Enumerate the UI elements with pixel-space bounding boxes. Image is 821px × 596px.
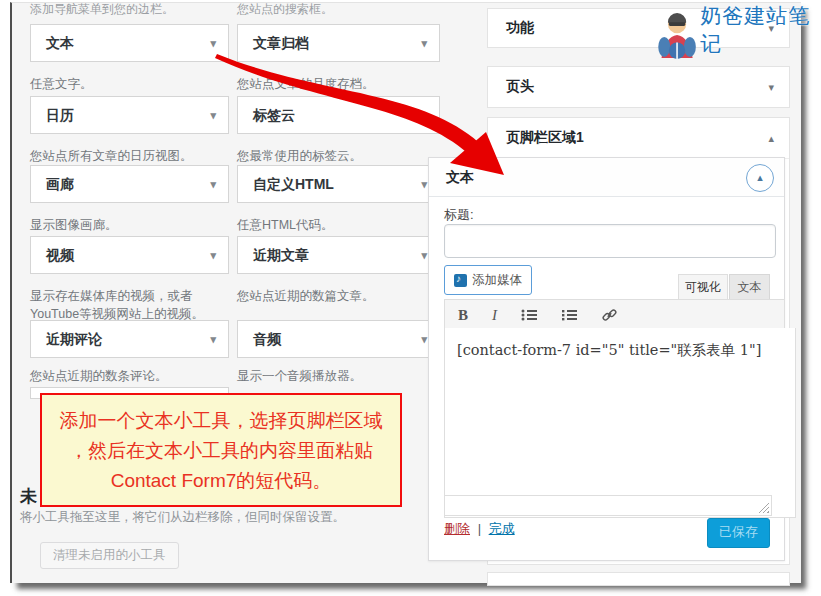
chevron-down-icon[interactable] (421, 237, 427, 273)
widget-recent-comments[interactable]: 近期评论 (30, 320, 229, 358)
widget-calendar[interactable]: 日历 (30, 96, 229, 134)
widget-desc-nav-menu: 添加导航菜单到您的边栏。 (30, 1, 174, 18)
widget-desc: 您站点近期的数篇文章。 (237, 287, 439, 305)
media-icon (454, 274, 467, 287)
widget-label: 视频 (46, 247, 74, 263)
tab-visual-label: 可视化 (685, 279, 721, 296)
chevron-down-icon[interactable] (768, 67, 774, 107)
tab-text-label: 文本 (738, 279, 762, 296)
inactive-widgets-hint: 将小工具拖至这里，将它们从边栏移除，但同时保留设置。 (20, 509, 420, 526)
watermark-text: 奶爸建站笔记 (700, 2, 821, 58)
link-separator: | (478, 521, 481, 536)
text-widget-footer: 删除 | 完成 已保存 (444, 520, 770, 550)
saved-button[interactable]: 已保存 (707, 518, 770, 548)
chevron-down-icon[interactable] (421, 321, 427, 357)
chevron-down-icon[interactable] (421, 25, 427, 61)
widget-desc: 显示图像画廊。 (30, 216, 232, 234)
widget-label: 近期评论 (46, 331, 102, 347)
tab-text[interactable]: 文本 (729, 274, 770, 301)
widget-desc: 显示存在媒体库的视频，或者YouTube等视频网站上的视频。 (30, 287, 232, 323)
annotation-line: 添加一个文本小工具，选择页脚栏区域 (42, 406, 400, 436)
site-watermark: 奶爸建站笔记 (656, 2, 821, 62)
widget-archives[interactable]: 文章归档 (237, 24, 440, 62)
widget-title-input[interactable] (444, 224, 776, 258)
widget-desc: 显示一个音频播放器。 (237, 367, 439, 385)
widget-label: 自定义HTML (253, 176, 334, 192)
inactive-widgets-heading: 未 (20, 485, 37, 508)
sidebar-panel-footer-area-2-partial[interactable] (487, 572, 790, 586)
widget-desc: 任意HTML代码。 (237, 216, 439, 234)
widget-desc-search: 您站点的搜索框。 (237, 1, 333, 18)
widget-desc: 您站点文章的月度存档。 (237, 75, 439, 93)
add-media-button[interactable]: 添加媒体 (444, 265, 532, 295)
sidebar-panel-title: 页脚栏区域1 (488, 118, 789, 158)
chevron-down-icon[interactable] (421, 97, 427, 133)
clear-inactive-widgets-button[interactable]: 清理未启用的小工具 (40, 542, 179, 569)
text-widget-panel: 文本 标题: 添加媒体 可视化 文本 (428, 157, 785, 561)
sidebar-panel-header[interactable]: 页头 (487, 66, 790, 108)
widget-desc: 任意文字。 (30, 75, 232, 93)
editor-content[interactable]: [contact-form-7 id="5" title="联系表单 1"] (444, 328, 796, 518)
ordered-list-icon[interactable] (561, 308, 577, 322)
link-icon[interactable] (601, 307, 618, 323)
widget-label: 画廊 (46, 176, 74, 192)
done-link[interactable]: 完成 (489, 521, 515, 536)
editor-toolbar (444, 299, 785, 331)
superhero-avatar-icon (656, 10, 698, 62)
bold-icon[interactable] (458, 307, 468, 324)
delete-link[interactable]: 删除 (444, 521, 470, 536)
annotation-line: Contact Form7的短代码。 (42, 466, 400, 496)
widget-audio[interactable]: 音频 (237, 320, 440, 358)
widget-text[interactable]: 文本 (30, 24, 229, 62)
chevron-down-icon[interactable] (210, 321, 216, 357)
sidebar-panel-title: 页头 (488, 67, 789, 107)
sidebar-footer-area-1-header[interactable]: 页脚栏区域1 (488, 118, 789, 159)
widget-label: 音频 (253, 331, 281, 347)
widget-desc: 您最常使用的标签云。 (237, 147, 439, 165)
widget-desc: 您站点所有文章的日历视图。 (30, 147, 232, 165)
bullet-list-icon[interactable] (521, 308, 537, 322)
widget-custom-html[interactable]: 自定义HTML (237, 165, 440, 203)
text-widget-title: 文本 (446, 158, 474, 196)
widget-video[interactable]: 视频 (30, 236, 229, 274)
widget-desc: 您站点近期的数条评论。 (30, 367, 232, 385)
widgets-admin-screen: 添加导航菜单到您的边栏。 您站点的搜索框。 文本 任意文字。 日历 您站点所有文… (0, 0, 821, 596)
add-media-label: 添加媒体 (472, 272, 522, 289)
widget-label: 文本 (46, 35, 74, 51)
widget-label: 日历 (46, 107, 74, 123)
title-field-label: 标题: (444, 206, 474, 224)
widget-recent-posts[interactable]: 近期文章 (237, 236, 440, 274)
annotation-line: ，然后在文本小工具的内容里面粘贴 (42, 436, 400, 466)
widget-label: 近期文章 (253, 247, 309, 263)
chevron-down-icon[interactable] (210, 25, 216, 61)
collapse-toggle-icon[interactable] (746, 164, 774, 192)
widget-gallery[interactable]: 画廊 (30, 165, 229, 203)
annotation-box: 添加一个文本小工具，选择页脚栏区域 ，然后在文本小工具的内容里面粘贴 Conta… (40, 393, 402, 507)
italic-icon[interactable] (492, 307, 497, 324)
chevron-up-icon[interactable] (768, 118, 774, 158)
widget-label: 文章归档 (253, 35, 309, 51)
widget-label: 标签云 (253, 107, 295, 123)
text-widget-header[interactable]: 文本 (429, 158, 784, 197)
chevron-down-icon[interactable] (210, 237, 216, 273)
tab-visual[interactable]: 可视化 (678, 274, 728, 300)
chevron-down-icon[interactable] (210, 97, 216, 133)
chevron-down-icon[interactable] (421, 166, 427, 202)
chevron-down-icon[interactable] (210, 166, 216, 202)
editor-statusbar (444, 495, 772, 516)
widget-tag-cloud[interactable]: 标签云 (237, 96, 440, 134)
resize-grip-icon[interactable] (758, 502, 769, 513)
